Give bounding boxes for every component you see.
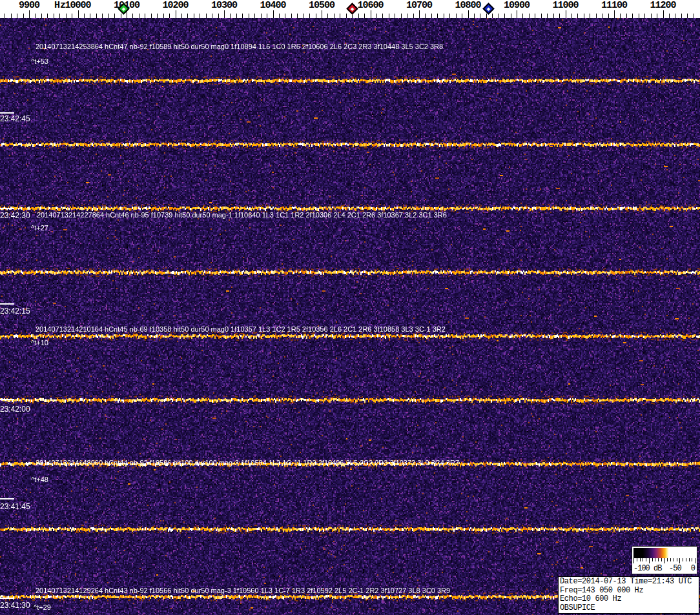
db-scale-tick bbox=[667, 558, 668, 561]
freq-minor-tick bbox=[364, 14, 365, 18]
freq-minor-tick bbox=[632, 14, 633, 18]
freq-minor-tick bbox=[522, 14, 523, 18]
marker-center-dot bbox=[487, 7, 491, 11]
marker-center-dot bbox=[122, 7, 126, 11]
freq-minor-tick bbox=[376, 14, 377, 18]
freq-minor-tick bbox=[474, 14, 475, 18]
freq-tick-label: 10500 bbox=[309, 0, 335, 11]
freq-minor-tick bbox=[468, 14, 469, 18]
echo-annotation: 20140713214129264 hCnt43 nb-92 f10566 hi… bbox=[36, 587, 450, 594]
freq-minor-tick bbox=[389, 14, 389, 18]
db-scale-tick bbox=[686, 558, 686, 561]
freq-minor-tick bbox=[176, 14, 176, 18]
freq-minor-tick bbox=[200, 14, 200, 18]
time-offset-label: ^t+10 bbox=[31, 339, 48, 347]
freq-minor-tick bbox=[334, 14, 335, 18]
freq-minor-tick bbox=[437, 14, 438, 18]
freq-minor-tick bbox=[327, 14, 328, 18]
freq-minor-tick bbox=[139, 14, 139, 18]
db-scale-tick bbox=[661, 558, 662, 561]
freq-minor-tick bbox=[66, 14, 67, 18]
freq-unit-label: Hz bbox=[54, 0, 66, 11]
db-scale-ruler bbox=[633, 558, 695, 564]
blue-marker[interactable] bbox=[482, 3, 494, 14]
freq-minor-tick bbox=[316, 14, 316, 18]
freq-minor-tick bbox=[242, 14, 243, 18]
freq-minor-tick bbox=[41, 14, 42, 18]
db-scale-tick bbox=[646, 558, 646, 561]
echo-annotation: 20140713214253864 hCnt47 nb-92 f10589 hi… bbox=[36, 43, 443, 50]
freq-minor-tick bbox=[340, 14, 340, 18]
freq-minor-tick bbox=[602, 14, 602, 18]
freq-minor-tick bbox=[444, 14, 444, 18]
freq-minor-tick bbox=[547, 14, 548, 18]
freq-minor-tick bbox=[96, 14, 97, 18]
freq-minor-tick bbox=[407, 14, 407, 18]
freq-tick-label: 11000 bbox=[552, 0, 578, 11]
freq-minor-tick bbox=[291, 14, 292, 18]
db-scale-tick bbox=[679, 558, 680, 563]
time-offset-label: ^t+29 bbox=[34, 603, 51, 611]
freq-minor-tick bbox=[17, 14, 17, 18]
freq-minor-tick bbox=[681, 14, 682, 18]
time-label: 23:42:15 bbox=[0, 307, 30, 316]
freq-minor-tick bbox=[486, 14, 487, 18]
red-marker[interactable] bbox=[346, 3, 358, 14]
time-tick bbox=[0, 498, 14, 499]
freq-minor-tick bbox=[358, 14, 359, 18]
time-tick bbox=[0, 598, 14, 599]
freq-minor-tick bbox=[206, 14, 207, 18]
time-offset-label: ^t+48 bbox=[31, 476, 48, 483]
freq-minor-tick bbox=[236, 14, 237, 18]
freq-minor-tick bbox=[23, 14, 24, 18]
freq-minor-tick bbox=[194, 14, 194, 18]
info-date-line: Date=2014-07-13 Time=21:43 UTC bbox=[560, 578, 697, 587]
freq-minor-tick bbox=[657, 14, 657, 18]
freq-minor-tick bbox=[584, 14, 584, 18]
db-scale-tick bbox=[674, 558, 674, 561]
db-scale-tick bbox=[658, 558, 659, 561]
freq-minor-tick bbox=[224, 14, 225, 18]
freq-minor-tick bbox=[687, 14, 688, 18]
db-scale-tick bbox=[677, 558, 677, 561]
freq-minor-tick bbox=[346, 14, 347, 18]
db-scale-tick bbox=[637, 558, 637, 561]
freq-minor-tick bbox=[511, 14, 511, 18]
freq-minor-tick bbox=[651, 14, 652, 18]
freq-minor-tick bbox=[663, 14, 664, 18]
freq-minor-tick bbox=[529, 14, 530, 18]
freq-minor-tick bbox=[413, 14, 414, 18]
time-tick bbox=[0, 112, 14, 114]
freq-minor-tick bbox=[254, 14, 255, 18]
freq-minor-tick bbox=[669, 14, 670, 18]
freq-minor-tick bbox=[371, 14, 371, 18]
db-scale-label-max: 0 bbox=[691, 564, 695, 573]
freq-minor-tick bbox=[187, 14, 188, 18]
freq-minor-tick bbox=[35, 14, 36, 18]
freq-minor-tick bbox=[121, 14, 121, 18]
freq-minor-tick bbox=[163, 14, 164, 18]
freq-minor-tick bbox=[218, 14, 219, 18]
db-scale-tick bbox=[695, 558, 695, 563]
freq-minor-tick bbox=[157, 14, 158, 18]
freq-minor-tick bbox=[84, 14, 85, 18]
freq-minor-tick bbox=[675, 14, 675, 18]
spectrogram-canvas bbox=[0, 18, 700, 615]
freq-minor-tick bbox=[608, 14, 609, 18]
db-scale-label-mid: -50 bbox=[669, 564, 681, 573]
freq-minor-tick bbox=[181, 14, 182, 18]
freq-minor-tick bbox=[571, 14, 572, 18]
freq-minor-tick bbox=[614, 14, 615, 18]
echo-annotation: 20140713214227864 hCnt46 nb-95 f10739 hi… bbox=[37, 211, 447, 219]
freq-minor-tick bbox=[395, 14, 395, 18]
freq-minor-tick bbox=[694, 14, 694, 18]
freq-minor-tick bbox=[559, 14, 560, 18]
freq-minor-tick bbox=[47, 14, 48, 18]
db-scale-tick bbox=[643, 558, 643, 561]
time-offset-label: ^t+27 bbox=[31, 224, 48, 232]
freq-minor-tick bbox=[72, 14, 72, 18]
freq-minor-tick bbox=[59, 14, 60, 18]
spectrum-lab-window: Hz 9900100001010010200103001040010500106… bbox=[0, 0, 700, 615]
freq-minor-tick bbox=[644, 14, 645, 18]
time-tick bbox=[0, 399, 14, 400]
